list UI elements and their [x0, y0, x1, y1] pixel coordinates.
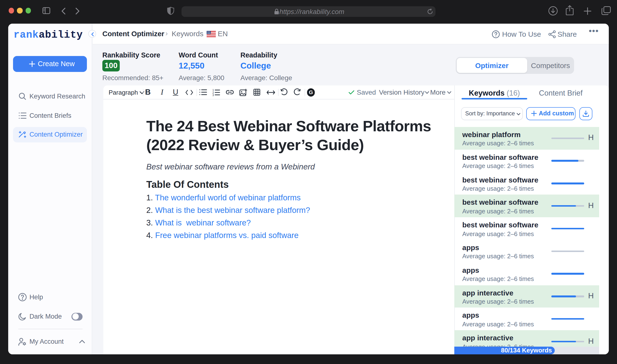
svg-text:3: 3 [212, 93, 214, 96]
svg-text:1: 1 [212, 89, 214, 91]
